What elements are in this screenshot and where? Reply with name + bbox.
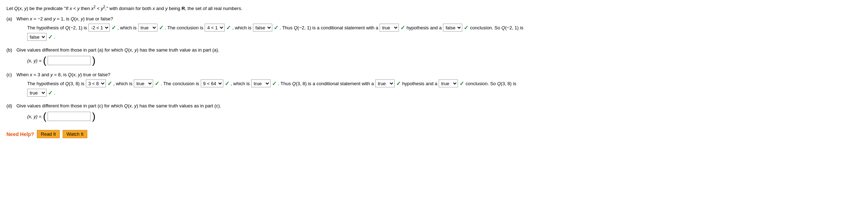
part-c-row2: true false ✓ . <box>27 89 862 97</box>
part-a-hyp-and-label: hypothesis and a <box>406 25 442 30</box>
part-a-hyp-tv-check: ✓ <box>400 24 405 31</box>
part-c-con-tv-check: ✓ <box>459 80 464 87</box>
part-c-which1-check: ✓ <box>155 80 159 87</box>
part-a-conclusion-label: . The conclusion is <box>165 25 203 30</box>
read-it-button[interactable]: Read It <box>37 130 60 138</box>
part-a-hyp-check: ✓ <box>111 24 116 31</box>
part-c-hyp-select[interactable]: 3 < 8 <box>86 79 106 87</box>
part-a-hyp-tv-select[interactable]: true false <box>380 24 399 32</box>
watch-it-button[interactable]: Watch It <box>63 130 87 138</box>
part-d-open-paren: ( <box>43 111 46 121</box>
part-c-con-tv-select[interactable]: true false <box>439 79 458 87</box>
part-b-input-row: (x, y) = ( ) <box>27 55 862 66</box>
part-a-hyp-select[interactable]: -2 < 1 <box>88 24 110 32</box>
part-a-final-check: ✓ <box>48 34 53 40</box>
part-c-conclusion-check: ✓ <box>225 80 229 87</box>
part-c-thus-label: . Thus Q(3, 8) is a conditional statemen… <box>278 81 374 86</box>
part-b-close-paren: ) <box>92 55 95 66</box>
part-d-input[interactable] <box>48 112 91 121</box>
part-c-final-check: ✓ <box>48 89 53 96</box>
part-c-conclusion-select[interactable]: 9 < 64 <box>201 79 223 87</box>
part-b: (b) Give values different from those in … <box>6 47 862 67</box>
part-a-period: . <box>54 34 55 40</box>
part-c-conclusion-label: . The conclusion is <box>161 81 199 86</box>
part-b-input[interactable] <box>48 56 91 65</box>
part-a: (a) When x = −2 and y = 1, is Q(x, y) tr… <box>6 16 862 42</box>
part-a-which2-label: , which is <box>232 25 251 30</box>
part-a-row1: The hypothesis of Q(−2, 1) is -2 < 1 ✓ ,… <box>27 24 862 32</box>
part-b-xy-label: (x, y) = <box>27 58 42 63</box>
part-c-hyp-prefix: The hypothesis of Q(3, 8) is <box>27 81 84 86</box>
part-d-close-paren: ) <box>92 111 95 121</box>
part-a-con-tv-check: ✓ <box>464 24 468 31</box>
part-c-final-select[interactable]: true false <box>27 89 47 97</box>
part-d-question: Give values different from those in part… <box>16 103 862 108</box>
part-a-which2-select[interactable]: false true <box>253 24 272 32</box>
part-b-open-paren: ( <box>43 55 46 66</box>
part-d: (d) Give values different from those in … <box>6 103 862 123</box>
part-c-con-label: conclusion. So Q(3, 8) is <box>465 81 516 86</box>
part-a-conclusion-select[interactable]: 4 < 1 <box>205 24 225 32</box>
problem-header: Let Q(x, y) be the predicate "If x < y t… <box>6 4 862 13</box>
part-a-which2-check: ✓ <box>274 24 278 31</box>
part-c-label: (c) <box>6 72 16 77</box>
part-c-which2-check: ✓ <box>272 80 277 87</box>
part-a-which1-check: ✓ <box>159 24 164 31</box>
part-a-which1-label: , which is <box>117 25 136 30</box>
part-c-hyp-and-label: hypothesis and a <box>402 81 437 86</box>
part-c-hyp-tv-select[interactable]: true false <box>375 79 395 87</box>
part-a-which1-select[interactable]: true false <box>138 24 157 32</box>
part-a-thus-label: . Thus Q(−2, 1) is a conditional stateme… <box>280 25 378 30</box>
part-c-row1: The hypothesis of Q(3, 8) is 3 < 8 ✓ , w… <box>27 79 862 87</box>
part-c-hyp-tv-check: ✓ <box>396 80 401 87</box>
need-help-section: Need Help? Read It Watch It <box>6 130 862 138</box>
part-d-xy-label: (x, y) = <box>27 114 42 119</box>
part-c-which2-select[interactable]: true false <box>251 79 270 87</box>
part-a-con-label: conclusion. So Q(−2, 1) is <box>470 25 523 30</box>
part-c: (c) When x = 3 and y = 8, is Q(x, y) tru… <box>6 72 862 98</box>
part-a-conclusion-check: ✓ <box>226 24 231 31</box>
part-d-input-row: (x, y) = ( ) <box>27 111 862 121</box>
part-a-con-tv-select[interactable]: false true <box>443 24 462 32</box>
part-c-period: . <box>54 90 55 96</box>
part-c-hyp-check: ✓ <box>107 80 112 87</box>
part-d-label: (d) <box>6 103 16 108</box>
part-b-label: (b) <box>6 47 16 53</box>
part-a-label: (a) <box>6 16 16 21</box>
part-a-hyp-prefix: The hypothesis of Q(−2, 1) is <box>27 25 87 30</box>
need-help-label: Need Help? <box>6 131 34 137</box>
part-c-which1-label: , which is <box>113 81 132 86</box>
part-c-which1-select[interactable]: true false <box>134 79 153 87</box>
part-c-which2-label: , which is <box>231 81 250 86</box>
part-b-question: Give values different from those in part… <box>16 47 862 53</box>
part-a-final-select[interactable]: false true <box>27 33 47 41</box>
part-c-question: When x = 3 and y = 8, is Q(x, y) true or… <box>16 72 862 77</box>
part-a-question: When x = −2 and y = 1, is Q(x, y) true o… <box>16 16 862 21</box>
part-a-row2: false true ✓ . <box>27 33 862 41</box>
